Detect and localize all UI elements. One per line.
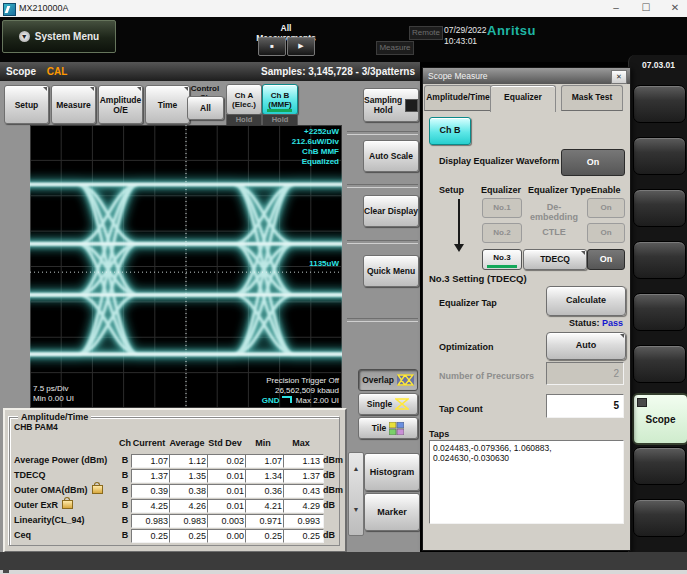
marker-button[interactable]: Marker <box>364 493 420 531</box>
lock-icon <box>92 485 103 494</box>
value-cell: 1.13 <box>283 454 324 468</box>
equalizer-no3-button[interactable]: No.3 <box>482 249 522 270</box>
measure-button[interactable]: Measure <box>51 85 96 124</box>
hardkey-blank-2[interactable] <box>633 137 686 175</box>
start-button[interactable]: ▶ <box>287 37 315 56</box>
optimization-auto-button[interactable]: Auto <box>546 332 626 360</box>
precursors-label: Number of Precursors <box>439 371 534 381</box>
no3-setting-title: No.3 Setting (TDECQ) <box>429 273 527 284</box>
calculate-button[interactable]: Calculate <box>546 286 626 316</box>
control-ch-all-button[interactable]: All <box>187 96 224 120</box>
quick-menu-button[interactable]: Quick Menu <box>363 255 419 287</box>
time-text: 10:43:01 <box>444 36 487 47</box>
system-menu-button[interactable]: ▼ System Menu <box>2 20 116 53</box>
equalizer-no2-button[interactable]: No.2 <box>482 223 522 243</box>
equalizer-no2-enable-button[interactable]: On <box>587 223 625 243</box>
unit-label: dB <box>323 470 335 480</box>
hardkey-blank-5[interactable] <box>633 293 686 331</box>
amplitude-marker-annotations: +2252uW 212.6uW/Div ChB MMF Equalized <box>292 127 339 167</box>
equalizer-no3-enable-button[interactable]: On <box>587 249 625 270</box>
maximize-icon[interactable]: ☐ <box>638 1 654 15</box>
scope-panel: Scope CAL Samples: 3,145,728 - 3/3patter… <box>0 62 420 552</box>
histogram-button[interactable]: Histogram <box>364 453 420 491</box>
hardkey-blank-8[interactable] <box>633 499 686 537</box>
window-titlebar: MX210000A – ☐ ✕ <box>0 0 687 18</box>
value-cell: 0.25 <box>245 529 286 543</box>
sampling-hold-button[interactable]: Sampling Hold <box>363 88 419 122</box>
eye-diagram[interactable]: +2252uW 212.6uW/Div ChB MMF Equalized 11… <box>30 125 342 408</box>
value-cell: 0.971 <box>245 514 286 528</box>
equalizer-no1-enable-button[interactable]: On <box>587 198 625 218</box>
channel-b-button[interactable]: Ch B (MMF) <box>262 84 298 115</box>
unit-label: dBm <box>323 485 343 495</box>
hardkey-blank-6[interactable] <box>633 345 686 383</box>
equalizer-no3-type-button[interactable]: TDECQ <box>523 249 587 270</box>
col-header-std: Std Dev <box>207 438 243 448</box>
amplitude-oe-button[interactable]: Amplitude O/E <box>98 85 143 124</box>
single-eye-icon <box>395 398 409 410</box>
eye-waveform <box>30 125 342 408</box>
value-cell: 4.25 <box>131 499 172 513</box>
tab-mask-test[interactable]: Mask Test <box>561 85 623 111</box>
minimize-icon[interactable]: – <box>608 1 624 15</box>
scroll-down-button[interactable]: ▼ <box>349 506 363 513</box>
col-header-current: Current <box>131 438 167 448</box>
col-header-average: Average <box>169 438 205 448</box>
unit-label: dB <box>323 530 335 540</box>
tab-equalizer[interactable]: Equalizer <box>490 85 556 112</box>
close-icon[interactable]: ✕ <box>667 1 683 15</box>
dialog-title: Scope Measure <box>428 71 488 81</box>
window-title: MX210000A <box>19 3 69 13</box>
unit-label: dB <box>323 500 335 510</box>
tile-view-button[interactable]: Tile <box>358 417 418 439</box>
scope-app-key[interactable]: Scope <box>632 393 687 445</box>
value-cell: 0.003 <box>207 514 248 528</box>
setup-button[interactable]: Setup <box>4 85 49 124</box>
setup-flow-arrow-icon <box>458 199 460 249</box>
window-mini-icon <box>637 398 647 407</box>
hardkey-blank-4[interactable] <box>633 241 686 279</box>
amplitude-time-groupbox: Amplitude/Time CHB PAM4 Ch Current Avera… <box>9 417 340 546</box>
hardkey-blank-1[interactable] <box>633 85 686 123</box>
tab-amplitude-time[interactable]: Amplitude/Time <box>424 85 492 111</box>
date-text: 07/29/2022 <box>444 25 487 36</box>
overlap-view-button[interactable]: Overlap <box>358 369 418 391</box>
tap-count-label: Tap Count <box>439 404 483 414</box>
time-button[interactable]: Time <box>145 85 190 124</box>
value-cell: 0.38 <box>169 484 210 498</box>
stop-button[interactable]: ■ <box>258 37 286 56</box>
value-cell: 0.36 <box>245 484 286 498</box>
single-view-button[interactable]: Single <box>358 393 418 415</box>
value-cell: 0.01 <box>207 469 248 483</box>
value-cell: 4.21 <box>245 499 286 513</box>
scope-key-label: Scope <box>645 414 675 425</box>
clear-display-button[interactable]: Clear Display <box>363 195 419 227</box>
dialog-titlebar[interactable]: Scope Measure ✕ <box>423 68 630 84</box>
equalizer-no1-button[interactable]: No.1 <box>482 198 522 218</box>
auto-scale-button[interactable]: Auto Scale <box>363 140 419 172</box>
dialog-channel-b-button[interactable]: Ch B <box>429 117 471 145</box>
gnd-icon <box>282 396 292 403</box>
col-header-min: Min <box>245 438 281 448</box>
cal-indicator: CAL <box>47 66 68 77</box>
display-eq-on-button[interactable]: On <box>561 149 625 176</box>
value-cell: 0.01 <box>207 484 248 498</box>
taps-textarea[interactable]: 0.024483,-0.079366, 1.060883, 0.024630,-… <box>429 440 624 524</box>
equalized-annotation: Equalized <box>292 157 339 167</box>
datetime-display: 07/29/2022 10:43:01 <box>444 25 487 47</box>
scroll-up-button[interactable]: ▲ <box>349 465 363 472</box>
value-cell: 1.12 <box>169 454 210 468</box>
channel-b-active-bar <box>267 109 292 112</box>
groupbox-title: Amplitude/Time <box>18 412 91 422</box>
hardkey-blank-3[interactable] <box>633 189 686 227</box>
display-eq-label: Display Equalizer Waveform <box>439 156 559 166</box>
equalizer-tap-label: Equalizer Tap <box>439 298 497 308</box>
channel-a-button[interactable]: Ch A (Elec.) <box>226 84 262 115</box>
hardkey-blank-7[interactable] <box>633 447 686 485</box>
value-cell: 4.29 <box>283 499 324 513</box>
value-cell: 0.02 <box>207 454 248 468</box>
tap-count-field[interactable]: 5 <box>546 394 624 418</box>
dialog-close-icon[interactable]: ✕ <box>611 70 627 84</box>
timebase-value: 7.5 ps/Div <box>33 384 74 394</box>
value-cell: 1.07 <box>131 454 172 468</box>
